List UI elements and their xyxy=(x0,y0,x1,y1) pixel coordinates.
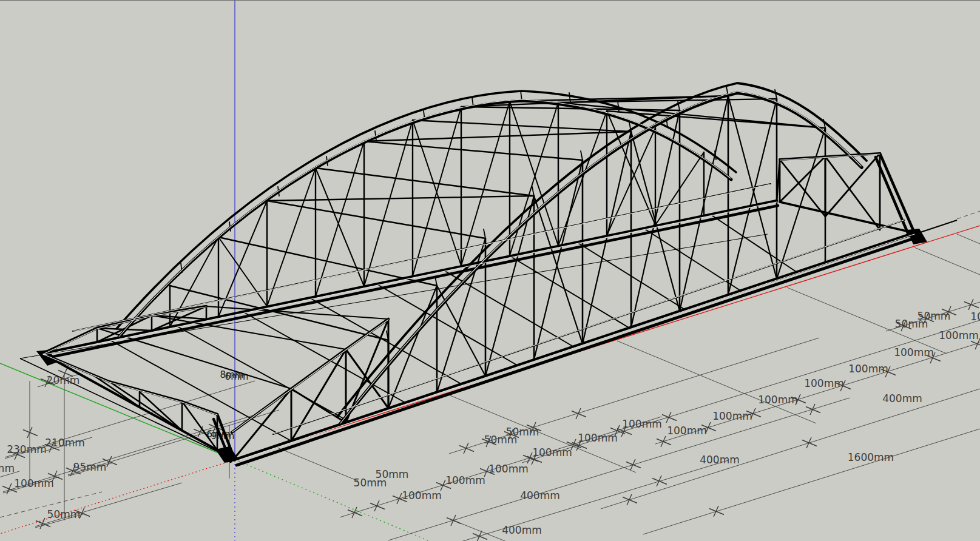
dimension-label: 100mm xyxy=(532,446,572,459)
dimension-label: 400mm xyxy=(520,489,560,502)
dimension-line xyxy=(277,448,358,481)
dimension-tick xyxy=(662,412,677,423)
dimension-tick xyxy=(459,443,474,454)
dimension-tick xyxy=(802,437,817,448)
dimension-label: 10 xyxy=(970,311,980,323)
overlapping-dimension-label: 6mm xyxy=(225,371,249,382)
scene-canvas: 6mm9mm8mm6mm xyxy=(0,1,980,541)
dimension-tick xyxy=(348,507,362,518)
dimension-tick xyxy=(709,506,724,517)
dimension-tick xyxy=(657,436,671,447)
dimension-label: 100mm xyxy=(578,432,618,444)
dimension-label: 95mm xyxy=(73,461,107,473)
dimension-label: 100mm xyxy=(445,474,485,486)
dimension-line xyxy=(601,389,980,509)
far-arch-lacing xyxy=(181,91,716,272)
dimension-label: 100mm xyxy=(712,410,752,422)
dimension-label: 50mm xyxy=(506,426,539,438)
dimension-label: 100mm xyxy=(667,425,707,437)
red-axis-dotted xyxy=(0,460,235,534)
right-face-bottom-chord xyxy=(780,202,914,233)
dimension-tick xyxy=(447,515,461,526)
truss-bridge-model xyxy=(36,83,927,465)
dimension-label: 1600mm xyxy=(848,451,894,463)
dimension-tick xyxy=(652,475,667,486)
dimension-label: 100mm xyxy=(848,363,888,375)
dimension-tick xyxy=(623,494,637,505)
right-face-webs xyxy=(777,153,880,230)
dimension-label: 100mm xyxy=(622,418,662,430)
dimension-label: 400mm xyxy=(700,454,740,466)
dimension-tick xyxy=(23,427,38,438)
dimension-label: 100mm xyxy=(402,489,442,502)
dimension-label: 50mm xyxy=(917,310,951,322)
dimension-label: 400mm xyxy=(882,392,922,405)
dimension-label: 230mm xyxy=(7,443,47,455)
dimension-line xyxy=(388,398,850,540)
dimension-label: 100mm xyxy=(939,329,979,341)
dimension-label: 50mm xyxy=(47,508,81,520)
dimension-label: 100mm xyxy=(758,394,798,406)
dimension-tick xyxy=(964,299,979,310)
cad-viewport[interactable]: 6mm9mm8mm6mm xyxy=(0,0,980,541)
dimension-label: 210mm xyxy=(45,437,85,449)
right-end-face xyxy=(777,153,927,244)
dimension-label: 50mm xyxy=(376,468,409,480)
dimension-tick xyxy=(370,500,385,511)
dimension-tick xyxy=(626,459,641,470)
dimension-label: 20mm xyxy=(47,374,80,386)
dimension-tick xyxy=(572,408,586,419)
dimension-label: 100mm xyxy=(488,463,529,475)
dimension-line xyxy=(914,247,980,275)
dimension-label: 100mm xyxy=(894,346,934,358)
dimension-label: 100mm xyxy=(14,477,54,489)
dimension-line xyxy=(957,211,980,219)
dimension-line xyxy=(957,234,980,244)
dimension-label: 400mm xyxy=(502,524,542,536)
dimension-label: 100mm xyxy=(804,377,844,389)
dimension-tick xyxy=(806,404,820,415)
dimension-line xyxy=(643,429,980,534)
dimension-label: 0mm xyxy=(0,462,15,474)
drawing-axes xyxy=(0,1,980,541)
